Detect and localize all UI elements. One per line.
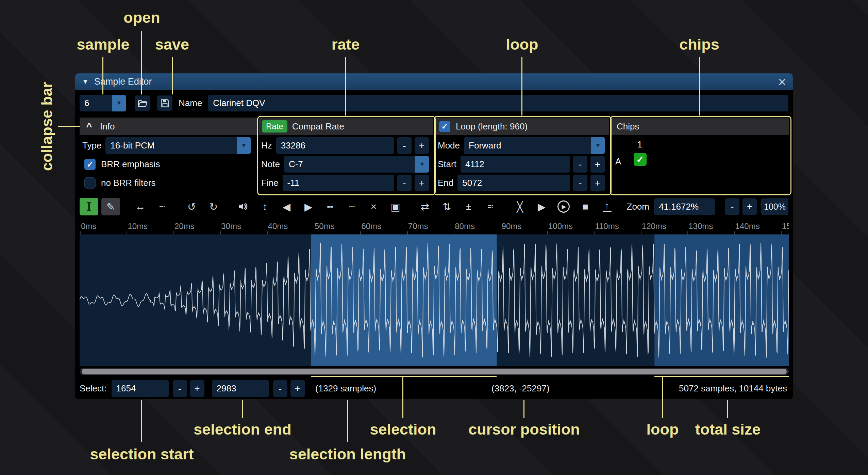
reverse-button[interactable]: ⇄ — [416, 198, 434, 215]
loop-start-input[interactable] — [461, 156, 570, 173]
fade-out-button[interactable]: ▶ — [299, 198, 318, 215]
undo-button[interactable]: ↺ — [182, 198, 201, 215]
selection-start-input[interactable] — [112, 380, 169, 397]
annotation-loop: loop — [506, 36, 538, 53]
zoom-input[interactable] — [654, 198, 715, 215]
draw-button[interactable]: ✎ — [101, 198, 120, 215]
sample-type-dropdown[interactable]: 16-bit PCM ▼ — [105, 137, 251, 154]
ruler-label: 70ms — [408, 222, 428, 231]
selection-end-minus-button[interactable]: - — [273, 380, 287, 397]
ruler-tick — [594, 231, 595, 234]
hz-minus-button[interactable]: - — [397, 137, 412, 154]
total-size-text: 5072 samples, 10144 bytes — [679, 380, 787, 397]
annotation-bracket-selection — [311, 376, 497, 377]
ruler-tick — [687, 231, 688, 234]
ruler-label: 80ms — [455, 222, 475, 231]
waveform-scrollbar[interactable] — [80, 368, 789, 375]
invert-button[interactable]: ⇅ — [437, 198, 456, 215]
delete-button[interactable]: × — [364, 198, 383, 215]
save-sample-button[interactable] — [157, 95, 172, 111]
ruler-tick — [641, 231, 641, 234]
preview-button[interactable]: ▶ — [532, 198, 551, 215]
loop-mode-dropdown[interactable]: Forward ▼ — [464, 137, 605, 154]
ruler-tick — [547, 231, 548, 234]
ruler-label: 150ms — [782, 222, 789, 231]
annotation-total-size: total size — [695, 421, 761, 438]
annotation-save: save — [155, 36, 189, 53]
sign-button[interactable]: ± — [459, 198, 478, 215]
window-collapse-icon[interactable]: ▼ — [82, 78, 89, 86]
window-titlebar[interactable]: ▼ Sample Editor × — [75, 73, 793, 90]
chip-a-checkbox[interactable]: ✓ — [634, 153, 647, 166]
zoom-in-button[interactable]: + — [742, 198, 757, 215]
hz-plus-button[interactable]: + — [415, 137, 429, 154]
annotation-selection-start: selection start — [90, 445, 194, 463]
waveform-canvas[interactable] — [80, 234, 789, 366]
rate-section: Rate Compat Rate Hz - + Note C-7 ▼ Fine … — [258, 118, 433, 192]
sample-number-dropdown[interactable]: 6 ▼ — [80, 95, 126, 111]
ruler-tick — [781, 231, 782, 234]
close-button[interactable]: × — [778, 75, 786, 89]
annotation-loop-bottom: loop — [647, 421, 679, 438]
resize-button[interactable]: ↔ — [131, 198, 150, 215]
compat-rate-label: Compat Rate — [292, 121, 344, 132]
loop-end-input[interactable] — [457, 175, 570, 191]
loop-start-plus-button[interactable]: + — [590, 156, 605, 173]
annotation-rate: rate — [332, 36, 360, 53]
sample-editor-window: ▼ Sample Editor × 6 ▼ Name ^ Info Type — [75, 73, 793, 399]
zoom-reset-button[interactable]: 100% — [761, 198, 788, 215]
hz-input[interactable] — [276, 137, 394, 154]
note-dropdown[interactable]: C-7 ▼ — [284, 156, 429, 173]
resample-button[interactable]: ~ — [153, 198, 171, 215]
fine-minus-button[interactable]: - — [397, 175, 412, 191]
ruler-label: 10ms — [128, 222, 148, 231]
no-brr-filters-checkbox[interactable] — [84, 177, 96, 189]
info-section: ^ Info Type 16-bit PCM ▼ ✓ BRR emphasis … — [80, 118, 258, 192]
redo-button[interactable]: ↻ — [204, 198, 223, 215]
chevron-down-icon[interactable]: ▼ — [112, 95, 126, 111]
scrollbar-thumb[interactable] — [82, 369, 787, 374]
amplify-button[interactable] — [234, 198, 252, 215]
annotation-line-loop-bottom — [662, 377, 663, 418]
info-collapse-button[interactable]: ^ — [83, 120, 95, 133]
annotation-selection: selection — [370, 421, 436, 438]
fine-plus-button[interactable]: + — [415, 175, 429, 191]
hz-label: Hz — [261, 140, 272, 151]
annotation-cursor-position: cursor position — [468, 421, 580, 438]
import-button[interactable]: ↑ — [598, 198, 616, 215]
toolbar-buttons: I✎↔~↺↻↕◀▶╍┄×▣⇄⇅±≈╳▶▶■↑ — [80, 198, 619, 215]
ruler-tick — [407, 231, 408, 234]
ruler-label: 100ms — [548, 222, 573, 231]
sample-name-row: 6 ▼ Name — [80, 95, 788, 111]
loop-section: ✓ Loop (length: 960) Mode Forward ▼ Star… — [435, 118, 609, 192]
brr-emphasis-checkbox[interactable]: ✓ — [84, 159, 96, 170]
loop-start-minus-button[interactable]: - — [573, 156, 587, 173]
edit-cursor-button[interactable]: I — [80, 198, 98, 215]
filter-button[interactable]: ≈ — [481, 198, 500, 215]
selection-end-plus-button[interactable]: + — [290, 380, 305, 397]
insert-silence-button[interactable]: ╍ — [321, 198, 339, 215]
fade-in-button[interactable]: ◀ — [277, 198, 296, 215]
trim-button[interactable]: ▣ — [386, 198, 405, 215]
loop-end-minus-button[interactable]: - — [573, 175, 587, 191]
rate-badge: Rate — [262, 120, 287, 133]
sample-toolbar: I✎↔~↺↻↕◀▶╍┄×▣⇄⇅±≈╳▶▶■↑ Zoom - + 100% — [80, 198, 788, 215]
annotation-line-total-size — [727, 400, 728, 418]
loop-enable-checkbox[interactable]: ✓ — [439, 121, 450, 132]
zoom-out-button[interactable]: - — [725, 198, 739, 215]
crossfade-button[interactable]: ╳ — [511, 198, 529, 215]
selection-end-input[interactable] — [212, 380, 269, 397]
selection-start-plus-button[interactable]: + — [190, 380, 204, 397]
open-sample-button[interactable] — [135, 95, 150, 111]
loop-end-plus-button[interactable]: + — [590, 175, 605, 191]
play-button[interactable]: ▶ — [554, 198, 573, 215]
normalize-button[interactable]: ↕ — [255, 198, 274, 215]
note-label: Note — [261, 159, 280, 170]
sample-name-input[interactable] — [208, 95, 788, 111]
fine-input[interactable] — [283, 175, 394, 191]
selection-start-minus-button[interactable]: - — [173, 380, 187, 397]
annotation-line-selection — [402, 377, 403, 418]
apply-silence-button[interactable]: ┄ — [343, 198, 361, 215]
selection-length-text: (1329 samples) — [315, 380, 376, 397]
stop-button[interactable]: ■ — [576, 198, 595, 215]
